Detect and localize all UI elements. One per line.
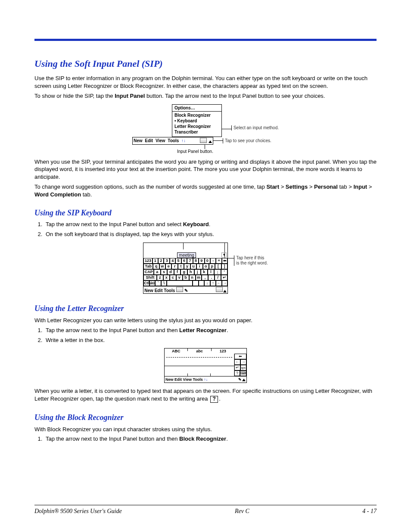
bold: Keyboard bbox=[183, 221, 209, 227]
key: s bbox=[161, 269, 168, 275]
tb-item: Tools bbox=[193, 377, 202, 382]
key: ⬅ bbox=[222, 258, 227, 264]
key: k bbox=[201, 269, 208, 275]
keyboard-icon bbox=[176, 287, 183, 292]
key: h bbox=[187, 269, 194, 275]
tb-item: View bbox=[156, 138, 165, 143]
side-btn: ↵ bbox=[234, 365, 240, 370]
step: Tap the arrow next to the Input Panel bu… bbox=[44, 436, 377, 443]
key: 4 bbox=[170, 258, 175, 264]
step: Tap the arrow next to the Input Panel bu… bbox=[44, 221, 377, 228]
key: 3 bbox=[164, 258, 169, 264]
key: ↓ bbox=[204, 280, 210, 286]
help-icon: ? bbox=[210, 396, 218, 403]
paragraph: With Letter Recognizer you can write let… bbox=[34, 317, 377, 324]
key: \ bbox=[161, 280, 167, 286]
key: Tab bbox=[143, 264, 153, 269]
tb-item: New bbox=[134, 138, 143, 143]
key: g bbox=[181, 269, 187, 275]
keyboard-icon bbox=[216, 287, 223, 292]
key: p bbox=[209, 264, 215, 269]
key: Shift bbox=[143, 275, 157, 280]
key: w bbox=[159, 264, 165, 269]
text: Tap here if this bbox=[236, 255, 264, 260]
tb-item: Tools bbox=[164, 288, 175, 293]
heading-sip: Using the Soft Input Panel (SIP) bbox=[34, 58, 377, 69]
side-btn: ⌨ bbox=[240, 370, 246, 376]
step: Write a letter in the box. bbox=[44, 337, 377, 344]
chevron-up-icon bbox=[209, 140, 212, 143]
seg-upper: ABC bbox=[165, 349, 187, 353]
text: To change word suggestion options, such … bbox=[34, 184, 266, 190]
key: ↑ bbox=[210, 280, 216, 286]
key: ; bbox=[214, 269, 221, 275]
side-btn: ← bbox=[234, 359, 240, 365]
text: Tap the arrow next to the Input Panel bu… bbox=[46, 221, 183, 227]
bold: Letter Recognizer bbox=[179, 327, 227, 333]
key: , bbox=[202, 275, 208, 280]
key: 1 bbox=[153, 258, 158, 264]
side-btn: spc bbox=[240, 365, 246, 370]
dropdown-icon: ▼ bbox=[221, 252, 227, 258]
side-btn: ⬅ bbox=[234, 354, 246, 359]
paragraph: When you use the SIP, your terminal anti… bbox=[34, 158, 377, 181]
key: / bbox=[215, 275, 221, 280]
key: Ctl bbox=[143, 280, 149, 286]
key: 5 bbox=[175, 258, 181, 264]
tb-item: New bbox=[165, 377, 174, 382]
tb-item: New bbox=[144, 288, 153, 293]
callout: Tap to see your choices. bbox=[223, 138, 271, 143]
chevron-up-icon bbox=[242, 379, 246, 381]
text: To show or hide the SIP, tap the bbox=[34, 93, 115, 99]
input-method-menu: Options… Block Recognizer Keyboard Lette… bbox=[172, 104, 222, 137]
key: r bbox=[171, 264, 177, 269]
text: Tap the arrow next to the Input Panel bu… bbox=[46, 436, 179, 442]
tb-item: Edit bbox=[145, 138, 153, 143]
key: 8 bbox=[193, 258, 199, 264]
key: = bbox=[216, 258, 221, 264]
paragraph: When you write a letter, it is converted… bbox=[34, 387, 377, 402]
bold: Start bbox=[266, 184, 279, 190]
key: l bbox=[208, 269, 215, 275]
key: q bbox=[153, 264, 159, 269]
bold: Block Recognizer bbox=[179, 436, 226, 442]
key bbox=[193, 280, 199, 286]
word-suggestion: meeting bbox=[177, 252, 196, 258]
key: ' bbox=[221, 269, 228, 275]
keyboard-icon bbox=[200, 138, 207, 143]
pen-icon: ✎ bbox=[238, 377, 242, 382]
paragraph: To show or hide the SIP, tap the Input P… bbox=[34, 92, 377, 100]
menu-item: Letter Recognizer bbox=[174, 124, 220, 129]
footer-left: Dolphin® 9500 Series User's Guide bbox=[34, 508, 122, 515]
heading-letter-recognizer: Using the Letter Recognizer bbox=[34, 304, 377, 313]
key: 123 bbox=[143, 258, 152, 264]
page: Using the Soft Input Panel (SIP) Use the… bbox=[0, 0, 411, 532]
tb-item: Edit bbox=[155, 288, 163, 293]
menu-item: Transcriber bbox=[174, 129, 220, 135]
key: u bbox=[190, 264, 196, 269]
bold: Settings bbox=[286, 184, 308, 190]
key: v bbox=[176, 275, 183, 280]
key: n bbox=[189, 275, 196, 280]
callout: Select an input method. bbox=[231, 125, 279, 131]
key: ] bbox=[221, 264, 227, 269]
side-btn: → bbox=[240, 359, 246, 365]
text: . bbox=[209, 221, 211, 227]
text: tab > bbox=[338, 184, 354, 190]
bold: Input Panel bbox=[115, 93, 145, 99]
page-footer: Dolphin® 9500 Series User's Guide Rev C … bbox=[34, 505, 377, 515]
key: 2 bbox=[158, 258, 164, 264]
steps: Tap the arrow next to the Input Panel bu… bbox=[34, 221, 377, 238]
callout: Input Panel button. bbox=[132, 149, 214, 154]
steps: Tap the arrow next to the Input Panel bu… bbox=[34, 327, 377, 344]
text: . bbox=[219, 395, 221, 402]
figure-sip-menu: Options… Block Recognizer Keyboard Lette… bbox=[34, 104, 377, 154]
text: > bbox=[367, 184, 372, 190]
key: → bbox=[222, 280, 228, 286]
key: z bbox=[157, 275, 163, 280]
text: is the right word. bbox=[236, 261, 268, 265]
key: ` bbox=[155, 280, 161, 286]
chevron-up-icon bbox=[223, 290, 227, 292]
bold: Word Completion bbox=[34, 191, 81, 198]
tb-item: Tools bbox=[168, 138, 179, 143]
